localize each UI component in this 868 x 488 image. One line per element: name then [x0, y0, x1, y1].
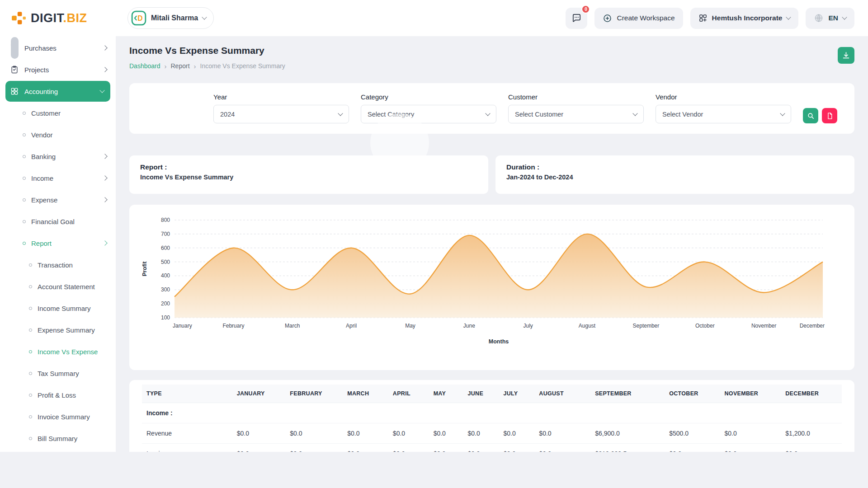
app-header: DIGIT.BIZ D Mitali Sharma	[0, 0, 868, 36]
row-value: $313,320.5	[590, 444, 665, 452]
main-content: Income Vs Expense Summary Dashboard›Repo…	[116, 36, 868, 452]
chevron-down-icon	[786, 14, 791, 19]
svg-text:800: 800	[161, 217, 170, 223]
year-select[interactable]: 2024	[213, 105, 349, 123]
svg-text:100: 100	[161, 314, 170, 321]
sidebar-item-report[interactable]: Report	[0, 232, 116, 254]
brand-logo-icon	[11, 10, 26, 26]
bullet-icon	[23, 155, 26, 158]
sidebar-item-banking[interactable]: Banking	[0, 145, 116, 167]
row-value: $1,200.0	[781, 423, 842, 444]
sidebar-item-label: Financial Goal	[31, 218, 107, 225]
sidebar-item-accounting[interactable]: Accounting	[5, 81, 110, 102]
chevron-right-icon	[102, 175, 107, 180]
sidebar-item-income[interactable]: Income	[0, 167, 116, 189]
svg-text:200: 200	[161, 300, 170, 307]
download-button[interactable]	[838, 47, 854, 64]
row-type: Invoice	[142, 444, 232, 452]
chevron-down-icon	[632, 111, 637, 116]
grid-icon	[10, 87, 19, 96]
filter-buttons	[803, 108, 837, 123]
table-header-february: FEBRUARY	[285, 385, 343, 403]
customer-select[interactable]: Select Customer	[508, 105, 644, 123]
page-title: Income Vs Expense Summary	[129, 45, 285, 56]
bullet-icon	[29, 307, 32, 310]
sidebar-menu: PurchasesProjectsAccountingCustomerVendo…	[0, 37, 116, 452]
row-value: $0.0	[388, 444, 429, 452]
row-value: $0.0	[388, 423, 429, 444]
sidebar-scrollbar-thumb[interactable]	[11, 37, 19, 59]
table-header-august: AUGUST	[534, 385, 590, 403]
sidebar-item-account-statement[interactable]: Account Statement	[0, 276, 116, 297]
sidebar-item-tax-summary[interactable]: Tax Summary	[0, 362, 116, 384]
chat-button[interactable]: 0	[566, 8, 587, 29]
row-value: $0.0	[285, 423, 343, 444]
sidebar-item-profit-loss[interactable]: Profit & Loss	[0, 384, 116, 406]
table-header-april: APRIL	[388, 385, 429, 403]
sidebar-item-income-summary[interactable]: Income Summary	[0, 297, 116, 319]
sidebar-item-expense[interactable]: Expense	[0, 189, 116, 211]
sidebar-item-label: Bill Summary	[38, 435, 107, 442]
table-header-december: DECEMBER	[781, 385, 842, 403]
bullet-icon	[23, 112, 26, 115]
row-value: $0.0	[232, 444, 286, 452]
user-menu[interactable]: D Mitali Sharma	[127, 7, 214, 29]
row-value: $0.0	[499, 423, 534, 444]
row-value: $0.0	[534, 423, 590, 444]
download-icon	[842, 51, 850, 60]
sidebar-item-label: Report	[31, 239, 98, 247]
sidebar-item-financial-goal[interactable]: Financial Goal	[0, 211, 116, 232]
workspace-selector[interactable]: Hemtush Incorporate	[690, 8, 799, 29]
bullet-icon	[29, 285, 32, 288]
sidebar-item-label: Profit & Loss	[38, 391, 107, 399]
reset-button[interactable]	[822, 108, 837, 123]
svg-text:November: November	[751, 323, 776, 329]
row-type: Revenue	[142, 423, 232, 444]
table-card: TYPEJANUARYFEBRUARYMARCHAPRILMAYJUNEJULY…	[129, 380, 854, 452]
workspace-grid-icon	[698, 14, 708, 23]
vendor-select[interactable]: Select Vendor	[656, 105, 791, 123]
bullet-icon	[29, 372, 32, 375]
svg-text:September: September	[633, 323, 660, 329]
language-selector[interactable]: EN	[806, 8, 854, 29]
clipboard-icon	[10, 65, 19, 74]
sidebar-item-projects[interactable]: Projects	[0, 59, 116, 80]
sidebar-item-label: Projects	[24, 66, 98, 74]
category-select[interactable]: Select Category	[361, 105, 496, 123]
sidebar-item-customer[interactable]: Customer	[0, 102, 116, 124]
chevron-right-icon	[102, 67, 107, 72]
table-row-invoice[interactable]: Invoice$0.0$0.0$0.0$0.0$0.0$0.0$0.0$0.0$…	[142, 444, 842, 452]
income-expense-chart: 100200300400500600700800JanuaryFebruaryM…	[139, 213, 844, 364]
bullet-icon	[29, 437, 32, 440]
row-value: $0.0	[534, 444, 590, 452]
table-section-income: Income :	[142, 403, 842, 423]
sidebar-item-label: Tax Summary	[38, 370, 107, 377]
sidebar-item-invoice-summary[interactable]: Invoice Summary	[0, 406, 116, 427]
breadcrumb-dashboard[interactable]: Dashboard	[129, 62, 160, 70]
breadcrumb-report[interactable]: Report	[171, 62, 190, 70]
chart-card: 100200300400500600700800JanuaryFebruaryM…	[129, 205, 854, 370]
vendor-select-value: Select Vendor	[662, 111, 703, 118]
svg-text:June: June	[463, 323, 475, 329]
sidebar-item-expense-summary[interactable]: Expense Summary	[0, 319, 116, 341]
table-header-october: OCTOBER	[665, 385, 720, 403]
svg-text:500: 500	[161, 259, 170, 265]
header-actions: 0 Create Workspace	[566, 8, 854, 29]
sidebar-item-vendor[interactable]: Vendor	[0, 124, 116, 145]
sidebar-item-bill-summary[interactable]: Bill Summary	[0, 427, 116, 449]
row-value: $500.0	[665, 423, 720, 444]
table-row-revenue[interactable]: Revenue$0.0$0.0$0.0$0.0$0.0$0.0$0.0$0.0$…	[142, 423, 842, 444]
brand-logo[interactable]: DIGIT.BIZ	[11, 10, 116, 26]
sidebar-item-income-vs-expense[interactable]: Income Vs Expense	[0, 341, 116, 362]
customer-label: Customer	[508, 93, 644, 101]
create-workspace-button[interactable]: Create Workspace	[594, 8, 683, 29]
svg-text:300: 300	[161, 286, 170, 293]
report-card: Report : Income Vs Expense Summary	[129, 155, 488, 194]
chevron-down-icon	[780, 111, 785, 116]
svg-text:October: October	[695, 323, 715, 329]
search-button[interactable]	[803, 108, 818, 123]
bullet-icon	[29, 415, 32, 418]
sidebar-item-transaction[interactable]: Transaction	[0, 254, 116, 276]
sidebar-item-product-stock[interactable]: Product Stock	[0, 449, 116, 452]
bullet-icon	[23, 177, 26, 180]
